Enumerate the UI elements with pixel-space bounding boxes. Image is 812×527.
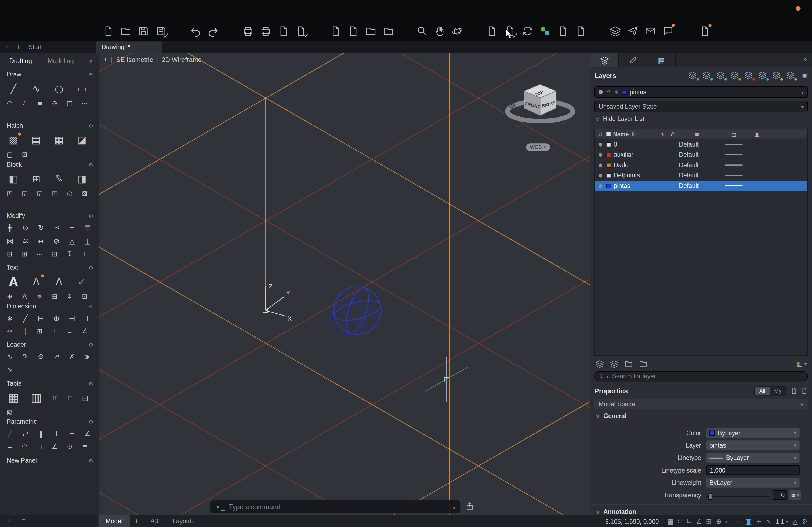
layer-on-icon[interactable] [598, 163, 602, 167]
gear-icon[interactable]: ⚙ [89, 162, 93, 167]
layer-linetype[interactable]: Default [678, 151, 715, 158]
page-setup-icon[interactable] [278, 25, 289, 36]
collapse-palette-icon[interactable]: « [89, 57, 93, 65]
table-cells-tool[interactable]: ▤ [77, 392, 93, 403]
equal-constraint-tool[interactable]: = [2, 440, 17, 452]
trim-tool[interactable]: ✂ [48, 221, 64, 234]
boundary-tool[interactable]: ▢ [2, 148, 17, 160]
snap-mode-icon[interactable]: ∷ [678, 517, 682, 525]
field-icon[interactable] [557, 25, 568, 36]
layer-delete-icon[interactable] [744, 71, 756, 80]
layer-color-swatch[interactable] [606, 173, 611, 178]
gear-icon[interactable]: ⚙ [89, 72, 93, 77]
layer-linetype[interactable]: Default [678, 162, 715, 169]
table-insert-col-tool[interactable]: ⊟ [62, 392, 77, 403]
space-dropdown[interactable]: Model Space ∨ [595, 399, 808, 409]
share-button[interactable] [465, 501, 476, 513]
lineweight-line[interactable] [725, 154, 743, 155]
pedit-tool[interactable]: ⊡ [47, 248, 62, 259]
layout-tab-a3[interactable]: A3 [143, 515, 165, 527]
array-tool[interactable]: ▦ [80, 221, 95, 234]
region-tool[interactable]: ▢ [62, 97, 77, 109]
transparency-slider-track[interactable] [707, 496, 770, 497]
layer-table-header[interactable]: Name⇅ ☀ ≡ ▤ ▣ [595, 129, 808, 139]
erase-tool[interactable]: ⊘ [48, 235, 64, 248]
redo-icon[interactable] [207, 25, 218, 36]
parallel-constraint-tool[interactable]: ∥ [33, 427, 48, 440]
tab-overview-icon[interactable]: ⊞ [4, 43, 10, 51]
annotation-visibility-icon[interactable]: △ [793, 517, 798, 525]
command-input[interactable] [229, 503, 453, 511]
text-frame-tool[interactable]: ⊡ [77, 290, 92, 302]
lineweight-column-icon[interactable]: ▤ [715, 131, 752, 137]
line-tool[interactable]: ╱ [2, 80, 25, 97]
email-icon[interactable] [645, 25, 656, 36]
dim-grid-tool[interactable]: ⊞ [32, 325, 47, 336]
layer-lock-icon[interactable] [772, 71, 784, 80]
gradient-tool[interactable]: ▦ [47, 131, 70, 149]
remove-layer-icon[interactable]: − [786, 360, 791, 368]
lengthen-tool[interactable]: ⋯ [32, 248, 47, 259]
lineweight-line[interactable] [725, 175, 743, 176]
viewport-menu-icon[interactable]: + [104, 56, 107, 64]
layer-freeze-icon[interactable] [702, 71, 714, 80]
dim-angle-tool[interactable]: ∟ [62, 325, 77, 336]
polar-tracking-icon[interactable]: ∠ [696, 517, 702, 525]
save-layer-state-icon[interactable] [639, 360, 648, 368]
color-dropdown[interactable]: ByLayer ▾ [707, 428, 800, 438]
join-tool[interactable]: ⊞ [17, 248, 32, 259]
scale-tool[interactable]: △ [64, 235, 80, 248]
donut-tool[interactable]: ⊚ [47, 97, 62, 109]
layer-color-swatch[interactable] [606, 163, 611, 167]
workspace-gear-icon[interactable]: ⚙ [802, 517, 808, 525]
object-track-icon[interactable]: ⊕ [716, 517, 722, 525]
lineweight-line[interactable] [725, 165, 743, 166]
hatch-user-tool[interactable]: ▤ [25, 131, 48, 149]
linetype-column-icon[interactable]: ≡ [678, 131, 715, 137]
ltscale-input[interactable] [710, 467, 796, 474]
tangent-constraint-tool[interactable]: ◠ [17, 440, 32, 452]
text-edit-tool[interactable]: ✎ [32, 290, 47, 302]
create-block-tool[interactable]: ⊞ [25, 170, 48, 187]
dim-perp-tool[interactable]: ⊥ [47, 325, 62, 336]
new-layout-button[interactable]: + [130, 515, 143, 527]
mleader-arrow-tool[interactable]: ↗ [48, 350, 64, 363]
current-layer-dropdown[interactable]: ☀ pintas ▾ [595, 86, 808, 98]
dim-baseline-tool[interactable]: ⊢ [33, 312, 48, 325]
hatch-tool[interactable]: ▨ [2, 131, 25, 149]
table-insert-row-tool[interactable]: ⊞ [47, 392, 62, 403]
layout-tab-layout2[interactable]: Layout2 [165, 515, 202, 527]
attsync-tool[interactable]: ◱ [17, 187, 32, 199]
gear-icon[interactable]: ⚙ [89, 265, 93, 270]
tab-sheets[interactable]: ▦ [648, 54, 676, 67]
vp-column-icon[interactable]: ▣ [752, 131, 807, 137]
layer-row-selected[interactable]: pintas Default [595, 181, 808, 191]
break-tool[interactable]: ⊟ [2, 248, 17, 259]
layer-state-dropdown[interactable]: Unsaved Layer State ▾ [595, 101, 808, 112]
settings-doc-icon[interactable] [699, 25, 710, 36]
offset-tool[interactable]: ≋ [18, 235, 33, 248]
block-explode-tool[interactable]: ⊠ [77, 187, 92, 199]
transparency-slider-handle[interactable] [708, 493, 712, 500]
gear-icon[interactable]: ⚙ [89, 458, 93, 463]
annotation-scale-control[interactable]: 1:1 ▾ [775, 518, 788, 525]
sync-icon[interactable] [522, 25, 533, 36]
layer-color-swatch[interactable] [606, 142, 611, 147]
tab-drawing1[interactable]: Drawing1* [96, 41, 163, 53]
selection-cursor-icon[interactable]: ↖ [766, 517, 771, 525]
solid-fill-tool[interactable]: ◪ [70, 131, 93, 149]
layer-row[interactable]: auxiliar Default [595, 149, 808, 160]
wcs-badge[interactable]: WCS ∨ [526, 143, 550, 151]
panel-options-icon[interactable]: ▣ [802, 72, 808, 79]
mleader-align-tool[interactable]: ↘ [2, 363, 17, 375]
block-save-tool[interactable]: ◵ [62, 187, 77, 199]
hide-layer-list-toggle[interactable]: ∨ Hide Layer List [596, 115, 644, 123]
lineweight-dropdown[interactable]: ByLayer ▾ [707, 478, 800, 487]
save-icon[interactable] [138, 25, 149, 36]
layer-on-icon[interactable] [598, 184, 602, 188]
layer-linetype[interactable]: Default [678, 141, 715, 148]
mtext-tool[interactable]: A [2, 273, 25, 290]
new-drawing-icon[interactable] [103, 25, 114, 36]
etransmit-icon[interactable] [383, 25, 394, 36]
search-filter-caret-icon[interactable]: ▾ [606, 374, 608, 378]
